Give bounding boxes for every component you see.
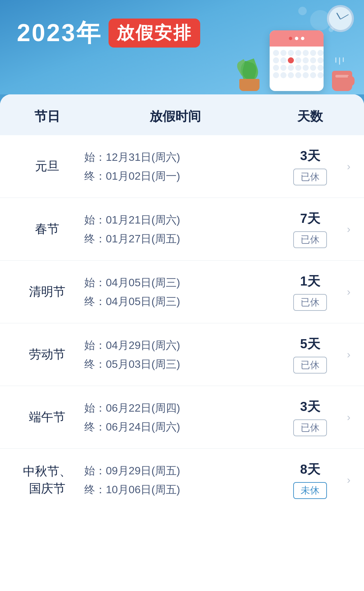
start-time: 始：04月29日(周六) [84, 337, 276, 353]
time-col: 始：06月22日(周四) 终：06月24日(周六) [74, 400, 276, 435]
status-badge: 未休 [293, 482, 327, 499]
start-time: 始：09月29日(周五) [84, 463, 276, 479]
days-count: 5天 [300, 335, 320, 353]
holiday-row[interactable]: 端午节 始：06月22日(周四) 终：06月24日(周六) 3天 已休 › [0, 386, 364, 449]
festival-name: 元旦 [20, 158, 74, 175]
start-time: 始：01月21日(周六) [84, 212, 276, 228]
status-badge: 已休 [293, 231, 327, 248]
status-badge: 已休 [293, 357, 327, 374]
holiday-row[interactable]: 劳动节 始：04月29日(周六) 终：05月03日(周三) 5天 已休 › [0, 323, 364, 386]
end-time: 终：06月24日(周六) [84, 419, 276, 435]
festival-name: 端午节 [20, 409, 74, 425]
time-col: 始：04月05日(周三) 终：04月05日(周三) [74, 274, 276, 309]
time-col: 始：09月29日(周五) 终：10月06日(周五) [74, 463, 276, 498]
days-count: 3天 [300, 147, 320, 165]
days-col: 5天 已休 [276, 335, 344, 374]
end-time: 终：05月03日(周三) [84, 356, 276, 372]
time-col: 始：01月21日(周六) 终：01月27日(周五) [74, 212, 276, 247]
days-col: 3天 已休 [276, 398, 344, 436]
days-col: 8天 未休 [276, 461, 344, 499]
chevron-right-icon[interactable]: › [347, 348, 351, 361]
days-count: 8天 [300, 461, 320, 478]
festival-name: 春节 [20, 220, 74, 237]
days-count: 7天 [300, 210, 320, 227]
holiday-row[interactable]: 元旦 始：12月31日(周六) 终：01月02日(周一) 3天 已休 › [0, 135, 364, 198]
chevron-right-icon[interactable]: › [347, 411, 351, 423]
chevron-right-icon[interactable]: › [347, 160, 351, 173]
mug-decoration [330, 64, 354, 91]
days-col: 1天 已休 [276, 273, 344, 311]
chevron-right-icon[interactable]: › [347, 223, 351, 235]
plant-decoration [236, 51, 263, 91]
col-header-time: 放假时间 [74, 108, 276, 125]
holiday-row[interactable]: 清明节 始：04月05日(周三) 终：04月05日(周三) 1天 已休 › [0, 261, 364, 323]
festival-name: 劳动节 [20, 346, 74, 363]
status-badge: 已休 [293, 294, 327, 311]
festival-name: 中秋节、国庆节 [20, 463, 74, 497]
holiday-list: 元旦 始：12月31日(周六) 终：01月02日(周一) 3天 已休 › 春节 … [0, 135, 364, 511]
col-header-festival: 节日 [20, 108, 74, 125]
start-time: 始：12月31日(周六) [84, 149, 276, 165]
time-col: 始：04月29日(周六) 终：05月03日(周三) [74, 337, 276, 372]
start-time: 始：04月05日(周三) [84, 274, 276, 291]
festival-name: 清明节 [20, 283, 74, 300]
days-col: 7天 已休 [276, 210, 344, 248]
main-card: 节日 放假时间 天数 元旦 始：12月31日(周六) 终：01月02日(周一) … [0, 94, 364, 591]
holiday-row[interactable]: 中秋节、国庆节 始：09月29日(周五) 终：10月06日(周五) 8天 未休 … [0, 449, 364, 511]
days-count: 1天 [300, 273, 320, 290]
status-badge: 已休 [293, 169, 327, 185]
days-count: 3天 [300, 398, 320, 415]
year-text: 2023年 [17, 17, 102, 49]
chevron-right-icon[interactable]: › [347, 474, 351, 486]
status-badge: 已休 [293, 419, 327, 436]
time-col: 始：12月31日(周六) 终：01月02日(周一) [74, 149, 276, 184]
illustration [236, 30, 354, 94]
chevron-right-icon[interactable]: › [347, 286, 351, 298]
end-time: 终：04月05日(周三) [84, 293, 276, 309]
header-banner: 2023年 放假安排 [0, 0, 364, 94]
col-header-days: 天数 [276, 108, 344, 125]
end-time: 终：10月06日(周五) [84, 481, 276, 498]
start-time: 始：06月22日(周四) [84, 400, 276, 416]
end-time: 终：01月27日(周五) [84, 231, 276, 247]
calendar-decoration [270, 30, 324, 91]
holiday-row[interactable]: 春节 始：01月21日(周六) 终：01月27日(周五) 7天 已休 › [0, 198, 364, 261]
days-col: 3天 已休 [276, 147, 344, 185]
end-time: 终：01月02日(周一) [84, 168, 276, 184]
holiday-badge: 放假安排 [109, 19, 200, 48]
table-header: 节日 放假时间 天数 [0, 94, 364, 135]
